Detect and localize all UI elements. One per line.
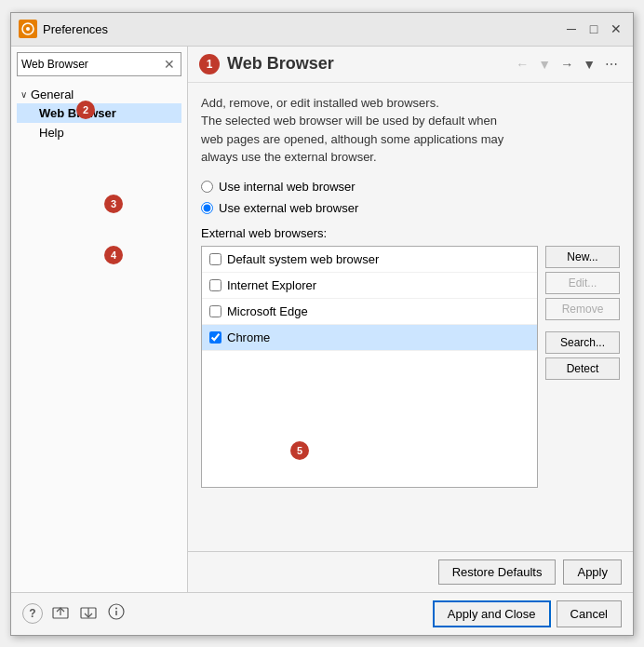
panel-title: Web Browser	[227, 54, 334, 74]
info-icon-button[interactable]	[106, 601, 127, 626]
tree-general-parent[interactable]: ∨ General	[17, 86, 181, 103]
sidebar: 2 ✕ ∨ General Web Browser Help	[11, 47, 188, 592]
export2-icon-button[interactable]	[78, 602, 99, 625]
radio-internal-label[interactable]: Use internal web browser	[219, 180, 356, 194]
nav-forward-button[interactable]: →	[557, 55, 577, 74]
search-clear-button[interactable]: ✕	[162, 57, 177, 72]
apply-button[interactable]: Apply	[563, 559, 622, 585]
browser-list[interactable]: Default system web browserInternet Explo…	[201, 246, 538, 488]
tree-section: ∨ General Web Browser Help	[17, 84, 181, 144]
info-icon	[108, 603, 125, 620]
step-badge-1: 1	[199, 54, 220, 74]
browsers-section: Default system web browserInternet Explo…	[201, 246, 620, 540]
window-title: Preferences	[43, 22, 108, 36]
apply-and-close-button[interactable]: Apply and Close	[433, 600, 551, 627]
browser-checkbox[interactable]	[209, 305, 221, 317]
export1-icon	[52, 604, 69, 619]
svg-point-7	[115, 608, 117, 610]
browser-checkbox[interactable]	[209, 279, 221, 291]
radio-internal[interactable]	[201, 181, 213, 193]
search-box[interactable]: ✕	[17, 52, 181, 76]
panel-footer: Restore Defaults Apply	[188, 551, 633, 592]
radio-external[interactable]	[201, 202, 213, 214]
nav-more-button[interactable]: ⋯	[601, 55, 622, 74]
bottom-bar: ?	[11, 592, 633, 635]
panel-title-row: 1 Web Browser	[199, 54, 334, 74]
browser-list-item[interactable]: Microsoft Edge	[202, 299, 537, 325]
radio-internal-option[interactable]: Use internal web browser	[201, 180, 620, 194]
right-panel: 1 Web Browser ← ▼ → ▼ ⋯ Add, remove, or …	[188, 47, 633, 592]
export1-icon-button[interactable]	[50, 602, 71, 625]
main-content: 2 ✕ ∨ General Web Browser Help 1 Web Bro…	[11, 47, 633, 592]
browser-name: Default system web browser	[227, 252, 379, 266]
browser-name: Chrome	[227, 330, 270, 344]
help-icon-button[interactable]: ?	[22, 603, 43, 624]
browser-list-item[interactable]: Chrome	[202, 325, 537, 351]
search-button[interactable]: Search...	[545, 331, 620, 354]
nav-back-dropdown[interactable]: ▼	[534, 55, 555, 74]
export2-icon	[80, 604, 97, 619]
sidebar-item-help[interactable]: Help	[17, 123, 181, 142]
svg-point-1	[26, 27, 30, 31]
panel-nav-buttons: ← ▼ → ▼ ⋯	[512, 55, 622, 74]
nav-forward-dropdown[interactable]: ▼	[579, 55, 599, 74]
restore-defaults-button[interactable]: Restore Defaults	[438, 559, 557, 585]
maximize-button[interactable]: □	[584, 20, 603, 38]
browser-name: Internet Explorer	[227, 278, 316, 292]
browser-checkbox[interactable]	[209, 331, 221, 344]
browser-list-item[interactable]: Internet Explorer	[202, 273, 537, 299]
nav-back-button[interactable]: ←	[512, 55, 532, 74]
detect-button[interactable]: Detect	[545, 357, 620, 380]
remove-button[interactable]: Remove	[545, 298, 620, 320]
tree-general-label: General	[31, 88, 74, 101]
new-button[interactable]: New...	[545, 246, 620, 268]
panel-body: Add, remove, or edit installed web brows…	[188, 83, 633, 551]
app-icon	[19, 20, 37, 38]
cancel-button[interactable]: Cancel	[557, 600, 622, 627]
panel-description: Add, remove, or edit installed web brows…	[201, 94, 620, 167]
panel-header: 1 Web Browser ← ▼ → ▼ ⋯	[188, 47, 633, 83]
bottom-actions: Apply and Close Cancel	[433, 600, 622, 627]
external-browsers-label: External web browsers:	[201, 226, 620, 240]
minimize-button[interactable]: ─	[562, 20, 581, 38]
radio-external-option[interactable]: Use external web browser	[201, 201, 620, 215]
tree-expand-arrow: ∨	[20, 89, 27, 100]
window-controls: ─ □ ✕	[562, 20, 625, 38]
edit-button[interactable]: Edit...	[545, 272, 620, 294]
sidebar-item-web-browser[interactable]: Web Browser	[17, 103, 181, 123]
radio-external-label[interactable]: Use external web browser	[219, 201, 358, 215]
title-bar: Preferences ─ □ ✕	[11, 13, 633, 47]
browser-name: Microsoft Edge	[227, 304, 308, 318]
bottom-icons: ?	[22, 601, 127, 626]
preferences-window: Preferences ─ □ ✕ 2 ✕ ∨ General Web Brow…	[10, 12, 634, 636]
browser-action-buttons: New... Edit... Remove Search... Detect	[545, 246, 620, 540]
close-button[interactable]: ✕	[607, 20, 625, 38]
browser-list-item[interactable]: Default system web browser	[202, 247, 537, 273]
search-input[interactable]	[21, 58, 162, 71]
browser-checkbox[interactable]	[209, 253, 221, 265]
